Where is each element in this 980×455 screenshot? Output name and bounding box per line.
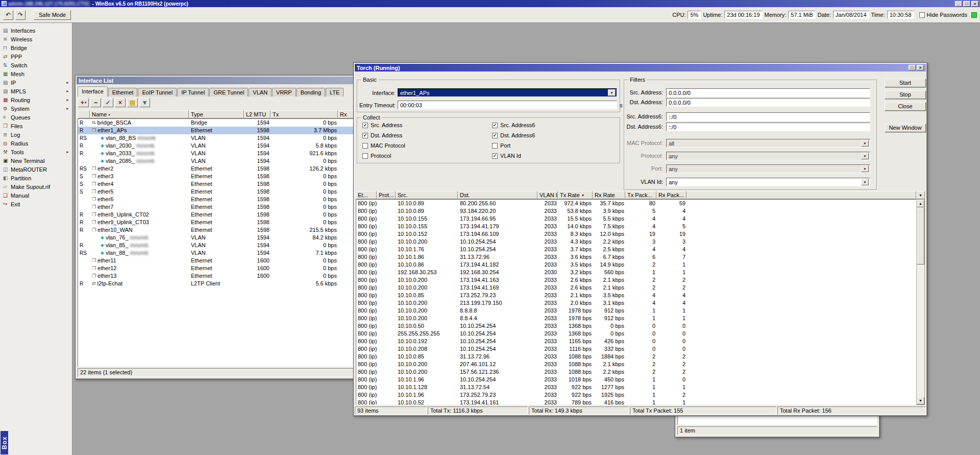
comment-button[interactable]: ▤ [127, 98, 138, 107]
stop-button[interactable]: Stop [885, 90, 926, 99]
sidebar-item-log[interactable]: ≣Log [0, 130, 72, 139]
collect-option-protocol[interactable]: Protocol [362, 153, 405, 159]
remove-button[interactable]: − [90, 98, 101, 107]
main-titlebar[interactable]: admin.188.246.127.175.8291.CT01 - WinBox… [0, 0, 980, 7]
tab-vrrp[interactable]: VRRP [272, 88, 296, 97]
dropdown-button[interactable]: ▼ [861, 179, 869, 185]
sidebar-item-switch[interactable]: ⇅Switch [0, 61, 72, 69]
torch-row[interactable]: 800 (ip)10.10.1.96173.252.79.232033922 b… [356, 391, 916, 399]
safe-mode-button[interactable]: Safe Mode [34, 10, 71, 20]
sidebar-item-ip[interactable]: ▧IP► [0, 78, 72, 87]
close-button[interactable]: × [971, 1, 978, 7]
filter-field-src-address[interactable]: 0.0.0.0/0 [666, 88, 870, 97]
close-button[interactable]: Close [885, 102, 926, 111]
sidebar-item-new-terminal[interactable]: ▣New Terminal [0, 156, 72, 165]
column-header-name[interactable]: Name▴ [90, 110, 189, 118]
column-header-flags[interactable] [78, 110, 90, 118]
sidebar-item-ppp[interactable]: ⇄PPP [0, 52, 72, 61]
column-header-tx[interactable]: Tx [271, 110, 338, 118]
collect-option-dst-address[interactable]: ✓Dst. Address [362, 132, 405, 138]
tab-ip-tunnel[interactable]: IP Tunnel [177, 88, 209, 97]
sidebar-item-partition[interactable]: ◧Partition [0, 174, 72, 182]
torch-row[interactable]: 800 (ip)10.10.1.8631.13.72.9620333.6 kbp… [356, 253, 916, 261]
torch-row[interactable]: 800 (ip)10.10.0.8531.13.72.9620331088 bp… [356, 353, 916, 361]
hide-passwords-checkbox[interactable] [919, 12, 925, 18]
checkbox-mac-protocol[interactable] [362, 143, 368, 149]
dropdown-button[interactable]: ▼ [861, 153, 869, 159]
sidebar-item-wireless[interactable]: ≋Wireless [0, 35, 72, 43]
torch-column-et[interactable]: Et... [356, 191, 377, 199]
sidebar-item-exit[interactable]: ↪Exit [0, 200, 72, 208]
tab-eoip-tunnel[interactable]: EoIP Tunnel [138, 88, 177, 97]
torch-column-dst[interactable]: Dst. [458, 191, 537, 199]
tab-ethernet[interactable]: Ethernet [108, 88, 138, 97]
collect-option-src-address6[interactable]: ✓Src. Address6 [492, 122, 535, 128]
sidebar-item-manual[interactable]: ❑Manual [0, 191, 72, 200]
add-button[interactable]: +▾ [78, 98, 89, 107]
torch-maximize-button[interactable]: □ [909, 65, 916, 70]
tab-gre-tunnel[interactable]: GRE Tunnel [209, 88, 248, 97]
filter-field-mac-protocol[interactable]: all▼ [666, 139, 870, 148]
filter-field-protocol[interactable]: any▼ [666, 152, 870, 160]
collect-option-mac-protocol[interactable]: MAC Protocol [362, 142, 405, 149]
torch-row[interactable]: 800 (ip)10.10.0.152173.194.66.10920338.3… [356, 230, 916, 238]
torch-row[interactable]: 800 (ip)10.10.1.12831.13.72.542033922 bp… [356, 384, 916, 391]
torch-titlebar[interactable]: Torch (Running) □ × [355, 64, 926, 71]
torch-row[interactable]: 800 (ip)10.10.0.200173.194.41.16920332.6… [356, 284, 916, 292]
torch-row[interactable]: 800 (ip)10.10.0.8993.184.220.20203353.8 … [356, 207, 916, 215]
minimize-button[interactable]: _ [955, 1, 962, 7]
tab-interface[interactable]: Interface [78, 86, 108, 97]
sidebar-item-system[interactable]: ⚙System► [0, 104, 72, 113]
checkbox-dst-address[interactable]: ✓ [362, 133, 368, 138]
checkbox-port[interactable] [492, 143, 498, 149]
checkbox-protocol[interactable] [362, 153, 368, 159]
torch-close-button[interactable]: × [917, 65, 924, 70]
start-button[interactable]: Start [885, 79, 926, 87]
enable-button[interactable]: ✓ [103, 98, 113, 107]
torch-row[interactable]: 800 (ip)10.10.0.200213.199.179.15020332.… [356, 299, 916, 307]
dropdown-button[interactable]: ▼ [861, 165, 869, 172]
filter-field-port[interactable]: any▼ [666, 164, 870, 173]
scroll-thumb[interactable] [917, 207, 924, 265]
torch-row[interactable]: 800 (ip)10.10.0.155173.194.41.179203314.… [356, 223, 916, 230]
torch-row[interactable]: 800 (ip)10.10.0.200173.194.41.16320332.6… [356, 276, 916, 284]
sidebar-item-bridge[interactable]: ⊓Bridge [0, 43, 72, 52]
torch-row[interactable]: 800 (ip)10.10.0.200207.46.101.1220331088… [356, 361, 916, 368]
torch-column-src[interactable]: Src. [396, 191, 458, 199]
column-header-l2-mtu[interactable]: L2 MTU [244, 110, 271, 118]
sidebar-item-files[interactable]: ❐Files [0, 122, 72, 130]
scroll-up-button[interactable]: ▲ [917, 200, 924, 207]
filter-field-vlan-id[interactable]: any▼ [666, 178, 870, 186]
filter-field-src-address6[interactable]: ::/0 [666, 112, 870, 121]
checkbox-src-address[interactable]: ✓ [362, 123, 368, 128]
torch-column-vlan-id[interactable]: VLAN Id [537, 191, 558, 199]
undo-button[interactable]: ↶ [3, 10, 13, 20]
sidebar-item-mesh[interactable]: ▦Mesh [0, 69, 72, 78]
torch-row[interactable]: 800 (ip)10.10.0.200157.56.121.2362033108… [356, 368, 916, 376]
sidebar-item-queues[interactable]: ≡Queues [0, 113, 72, 122]
tab-vlan[interactable]: VLAN [249, 88, 272, 97]
torch-row[interactable]: 800 (ip)10.10.0.85173.252.79.2320332.1 k… [356, 292, 916, 299]
collect-option-dst-address6[interactable]: ✓Dst. Address6 [492, 132, 535, 138]
filter-button[interactable]: ▼ [139, 98, 150, 107]
torch-row[interactable]: 800 (ip)10.10.0.8980.200.255.602033972.4… [356, 200, 916, 207]
filter-field-dst-address[interactable]: 0.0.0.0/0 [666, 98, 870, 107]
collect-option-port[interactable]: Port [492, 142, 535, 149]
checkbox-dst-address6[interactable]: ✓ [492, 133, 498, 138]
checkbox-vlan-id[interactable]: ✓ [492, 153, 498, 159]
scroll-down-button[interactable]: ▼ [917, 397, 924, 404]
tab-bonding[interactable]: Bonding [297, 88, 325, 97]
torch-row[interactable]: 800 (ip)10.10.0.20010.10.254.25420334.3 … [356, 238, 916, 246]
sidebar-item-tools[interactable]: ⚒Tools► [0, 148, 72, 156]
disable-button[interactable]: × [115, 98, 126, 107]
torch-row[interactable]: 800 (ip)10.10.0.19210.10.254.25420331165… [356, 338, 916, 345]
new-window-button[interactable]: New Window [885, 124, 926, 132]
column-select-button[interactable]: ▼ [916, 191, 925, 199]
redo-button[interactable]: ↷ [15, 10, 26, 20]
sidebar-item-metarouter[interactable]: ◫MetaROUTER [0, 165, 72, 174]
torch-column-tx-pack[interactable]: Tx Pack... [625, 191, 656, 199]
maximize-button[interactable]: □ [963, 1, 970, 7]
torch-row[interactable]: 800 (ip)10.10.0.2008.8.4.420331978 bps91… [356, 315, 916, 322]
collect-option-src-address[interactable]: ✓Src. Address [362, 122, 405, 128]
entry-timeout-field[interactable]: 00:00:03 [398, 101, 617, 109]
